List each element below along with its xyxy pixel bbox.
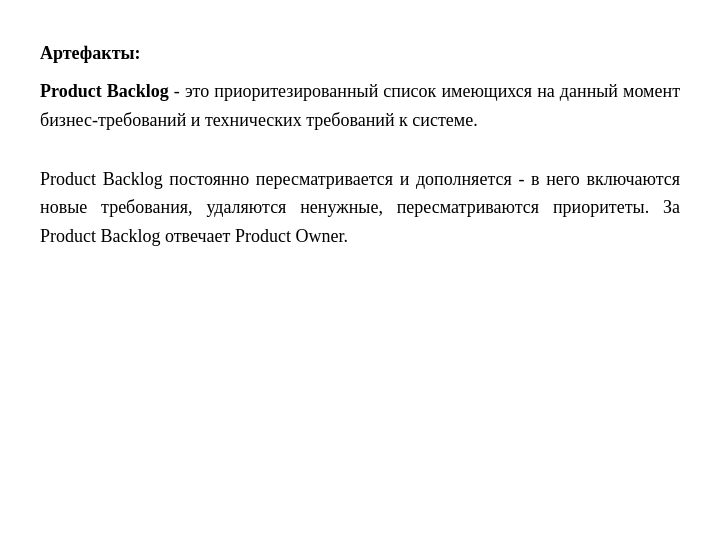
- main-content: Артефакты: Product Backlog - это приорит…: [0, 0, 720, 291]
- product-backlog-label: Product Backlog: [40, 81, 169, 101]
- section-heading: Артефакты:: [40, 40, 680, 67]
- paragraph-1: Product Backlog - это приоритезированный…: [40, 77, 680, 135]
- paragraph-2: Product Backlog постоянно пересматривает…: [40, 165, 680, 251]
